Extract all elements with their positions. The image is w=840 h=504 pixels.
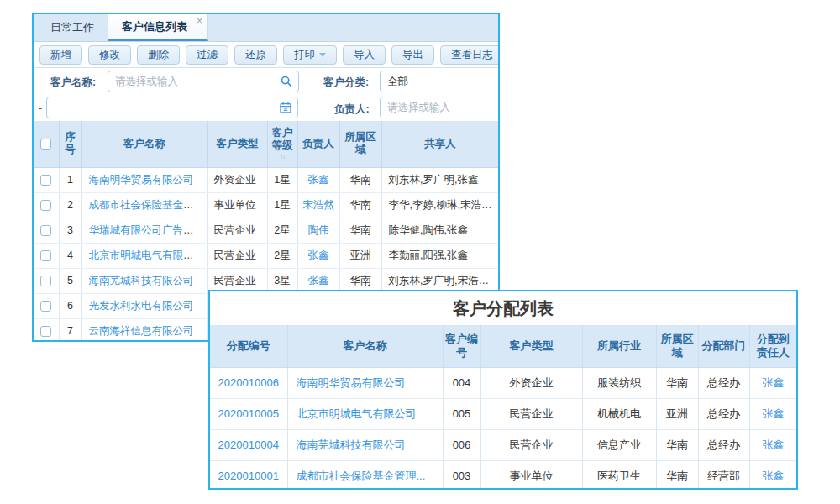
customer-category-label: 客户分类:	[323, 76, 369, 90]
alloc-customer-name-link[interactable]: 成都市社会保险基金管理...	[297, 470, 426, 482]
header-alloc-dept: 分配部门	[698, 325, 749, 367]
alloc-region-cell: 华南	[656, 429, 698, 460]
owner-cell: 张鑫	[297, 167, 339, 192]
allocation-table-header-row: 分配编号 客户名称 客户编号 客户类型 所属行业 所属区域 分配部门 分配到责任…	[210, 325, 796, 367]
table-row: 2成都市社会保险基金管理...事业单位1星宋浩然华南李华,李婷,柳琳,宋浩然,张…	[34, 192, 498, 218]
customer-name-cell: 成都市社会保险基金管理...	[81, 192, 207, 218]
header-alloc-industry: 所属行业	[582, 325, 656, 367]
desktop-background: 日常工作 客户信息列表 × 新增 修改 删除 过滤 还原 打印 导入 导出 查看…	[0, 0, 840, 504]
customer-name-cell: 华瑞城有限公司广告设计部	[81, 218, 207, 243]
owner-link[interactable]: 陶伟	[308, 224, 329, 236]
alloc-code-link[interactable]: 2020010004	[218, 438, 279, 451]
header-alloc-type: 客户类型	[480, 325, 582, 367]
row-checkbox[interactable]	[40, 225, 51, 236]
alloc-assignee-link[interactable]: 张鑫	[762, 438, 784, 451]
owner-link[interactable]: 张鑫	[308, 174, 329, 186]
alloc-assignee-link[interactable]: 张鑫	[762, 407, 784, 420]
alloc-dept-cell: 总经办	[698, 398, 749, 429]
tab-customer-info-list[interactable]: 客户信息列表 ×	[108, 14, 208, 41]
print-button-label: 打印	[294, 48, 315, 62]
date-input[interactable]	[46, 97, 298, 118]
header-customer-level-label: 客户等级	[272, 127, 293, 151]
alloc-customer-name-cell: 成都市社会保险基金管理...	[287, 460, 443, 490]
date-range-separator: -	[39, 102, 42, 114]
alloc-customer-name-link[interactable]: 海南明华贸易有限公司	[297, 376, 406, 389]
alloc-assignee-cell: 张鑫	[749, 367, 796, 398]
region-cell: 亚洲	[339, 243, 381, 268]
header-alloc-region: 所属区域	[656, 325, 698, 367]
row-checkbox[interactable]	[40, 175, 51, 186]
customer-name-cell: 云南海祥信息有限公司	[81, 318, 207, 342]
header-customer-level[interactable]: 客户等级 ↑↓	[267, 121, 297, 167]
owner-link[interactable]: 张鑫	[308, 249, 329, 261]
header-customer-type: 客户类型	[207, 121, 267, 167]
row-checkbox[interactable]	[40, 200, 51, 211]
owner-filter-input[interactable]: 请选择或输入	[380, 97, 500, 118]
alloc-industry-cell: 信息产业	[582, 429, 656, 460]
table-row: 1海南明华贸易有限公司外资企业1星张鑫华南刘东林,罗广明,张鑫	[34, 167, 498, 192]
row-checkbox[interactable]	[40, 301, 51, 312]
region-cell: 华南	[339, 167, 381, 192]
import-button[interactable]: 导入	[343, 45, 386, 65]
filter-area: 客户名称: 请选择或输入 客户分类: 全部 -	[34, 68, 498, 121]
customer-name-cell: 北京市明城电气有限公司	[81, 243, 207, 268]
alloc-industry-cell: 服装纺织	[582, 367, 656, 398]
alloc-assignee-link[interactable]: 张鑫	[762, 376, 784, 389]
delete-button[interactable]: 删除	[137, 45, 180, 65]
alloc-cust-no-cell: 006	[443, 429, 480, 460]
owner-link[interactable]: 宋浩然	[302, 199, 334, 211]
tab-bar: 日常工作 客户信息列表 ×	[34, 14, 498, 42]
shared-cell: 刘东林,罗广明,张鑫	[381, 167, 498, 192]
customer-category-select[interactable]: 全部	[380, 71, 500, 92]
filter-button[interactable]: 过滤	[186, 45, 228, 65]
customer-level-cell: 1星	[267, 167, 297, 192]
customer-name-link[interactable]: 华瑞城有限公司广告设计部	[89, 224, 208, 236]
view-log-button[interactable]: 查看日志	[440, 45, 500, 65]
alloc-code-link[interactable]: 2020010001	[218, 470, 279, 482]
alloc-customer-name-link[interactable]: 海南芜城科技有限公司	[297, 438, 406, 451]
customer-category-value: 全部	[387, 75, 408, 89]
row-checkbox[interactable]	[40, 326, 51, 337]
customer-name-placeholder: 请选择或输入	[115, 75, 178, 89]
table-row: 2020010006海南明华贸易有限公司004外资企业服装纺织华南总经办张鑫	[210, 367, 796, 398]
row-number: 7	[59, 318, 81, 342]
add-button[interactable]: 新增	[39, 45, 82, 65]
edit-button[interactable]: 修改	[88, 45, 131, 65]
alloc-code-link[interactable]: 2020010005	[218, 407, 279, 420]
owner-cell: 陶伟	[297, 218, 339, 243]
alloc-code-cell: 2020010005	[210, 398, 287, 429]
customer-name-link[interactable]: 成都市社会保险基金管理...	[89, 199, 208, 211]
owner-link[interactable]: 张鑫	[308, 275, 329, 286]
customer-name-input[interactable]: 请选择或输入	[108, 71, 299, 92]
customer-name-link[interactable]: 北京市明城电气有限公司	[89, 249, 205, 261]
export-button[interactable]: 导出	[391, 45, 434, 65]
search-icon[interactable]	[281, 76, 292, 87]
header-alloc-customer-name: 客户名称	[287, 325, 443, 367]
row-checkbox-cell	[34, 293, 59, 318]
row-checkbox[interactable]	[40, 250, 51, 261]
alloc-customer-name-link[interactable]: 北京市明城电气有限公司	[297, 407, 417, 420]
sort-icon[interactable]: ↑↓	[270, 154, 296, 160]
calendar-icon[interactable]	[280, 102, 291, 113]
customer-type-cell: 外资企业	[207, 167, 267, 192]
row-number: 1	[59, 167, 81, 192]
tab-daily-work[interactable]: 日常工作	[37, 14, 108, 41]
customer-name-link[interactable]: 海南芜城科技有限公司	[89, 275, 194, 286]
customer-name-link[interactable]: 云南海祥信息有限公司	[89, 325, 194, 337]
customer-name-link[interactable]: 海南明华贸易有限公司	[89, 174, 194, 186]
alloc-code-link[interactable]: 2020010006	[218, 376, 279, 389]
alloc-assignee-link[interactable]: 张鑫	[762, 470, 784, 482]
print-button[interactable]: 打印	[283, 45, 337, 65]
select-all-checkbox[interactable]	[40, 139, 51, 150]
region-cell: 华南	[339, 192, 381, 218]
restore-button[interactable]: 还原	[234, 45, 277, 65]
row-checkbox-cell	[34, 243, 59, 268]
header-alloc-code: 分配编号	[210, 325, 287, 367]
alloc-industry-cell: 医药卫生	[582, 460, 656, 490]
header-shared: 共享人	[381, 121, 498, 167]
close-icon[interactable]: ×	[197, 16, 202, 26]
alloc-region-cell: 华南	[656, 460, 698, 490]
alloc-assignee-cell: 张鑫	[749, 398, 796, 429]
row-checkbox[interactable]	[40, 276, 51, 286]
customer-name-link[interactable]: 光发水利水电有限公司	[89, 300, 194, 312]
